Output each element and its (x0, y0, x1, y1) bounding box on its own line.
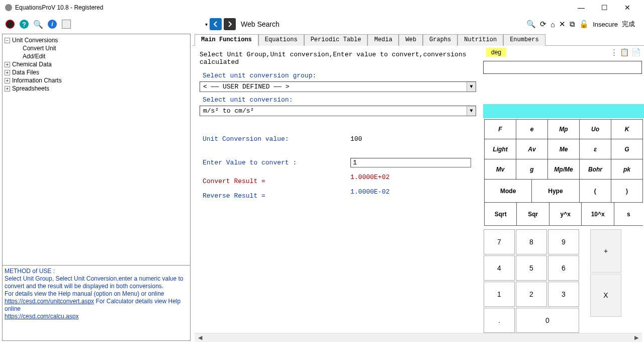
scroll-right-icon[interactable]: ▶ (633, 334, 640, 341)
numpad-3[interactable]: 3 (548, 282, 579, 307)
calc-btn-rparen[interactable]: ) (611, 180, 643, 203)
calc-btn-sqr[interactable]: Sqr (517, 203, 549, 226)
nav-toolbar: ▾ Web Search (204, 18, 280, 30)
search-icon[interactable]: 🔍 (33, 19, 44, 30)
window-title: EquationsProV 10.8 - Registered (15, 4, 103, 11)
close-button[interactable]: ✕ (616, 0, 639, 15)
unit-conversion-value-label: Unit Conversion value: (200, 135, 350, 143)
calc-btn-lparen[interactable]: ( (580, 180, 611, 203)
tree-item-information-charts[interactable]: +Information Charts (5, 76, 188, 84)
op-plus[interactable]: + (590, 229, 621, 273)
calc-btn-yx[interactable]: y^x (549, 203, 582, 226)
calc-btn-10x[interactable]: 10^x (582, 203, 614, 226)
numpad-2[interactable]: 2 (516, 282, 547, 307)
forward-button[interactable] (224, 18, 236, 30)
tree-item-spreadsheets[interactable]: +Spreadsheets (5, 84, 188, 93)
home-icon[interactable]: ⌂ (550, 20, 555, 29)
calc-btn-mv[interactable]: Mv (484, 159, 516, 180)
zoom-icon[interactable]: 🔍 (526, 20, 536, 29)
tab-periodic-table[interactable]: Periodic Table (304, 34, 368, 46)
calc-btn-f[interactable]: F (484, 119, 516, 139)
group-dropdown-value: < —— USER DEFINED —— > (200, 82, 467, 92)
tab-main-functions[interactable]: Main Functions (195, 34, 258, 46)
numpad-1[interactable]: 1 (484, 282, 515, 307)
tab-graphs[interactable]: Graphs (423, 34, 457, 46)
cancel-icon[interactable]: ✕ (559, 20, 566, 29)
tree-item-data-files[interactable]: +Data Files (5, 68, 188, 76)
reverse-result-label: Reverse Result = (200, 192, 350, 200)
title-bar: EquationsProV 10.8 - Registered — ☐ ✕ (0, 0, 644, 15)
numpad-8[interactable]: 8 (516, 229, 547, 254)
calc-btn-light[interactable]: Light (484, 139, 516, 159)
back-button[interactable] (210, 18, 222, 30)
tab-icon[interactable]: ⧉ (570, 20, 575, 29)
info-icon[interactable]: i (47, 19, 58, 30)
calc-btn-e[interactable]: e (516, 119, 548, 139)
calc-btn-mp[interactable]: Mp (548, 119, 580, 139)
calc-btn-uo[interactable]: Uo (580, 119, 611, 139)
numpad-0[interactable]: 0 (516, 308, 579, 333)
calc-btn-sqrt[interactable]: Sqrt (484, 203, 517, 226)
numpad-7[interactable]: 7 (484, 229, 515, 254)
tree-item-chemical-data[interactable]: +Chemical Data (5, 60, 188, 68)
tab-nutrition[interactable]: Nutrition (457, 34, 503, 46)
numpad-5[interactable]: 5 (516, 255, 547, 281)
tab-enumbers[interactable]: Enumbers (503, 34, 545, 46)
calc-btn-g[interactable]: g (516, 159, 548, 180)
copy-icon[interactable]: 📋 (620, 48, 629, 57)
refresh-icon[interactable]: ⟳ (540, 20, 546, 29)
help-link-2[interactable]: https://cesd.com/calcu.aspx (5, 313, 78, 320)
numpad-4[interactable]: 4 (484, 255, 515, 281)
calc-btn-hype[interactable]: Hype (532, 180, 579, 203)
calc-btn-mpme[interactable]: Mp/Me (548, 159, 580, 180)
done-label[interactable]: 完成 (622, 20, 635, 29)
numpad-9[interactable]: 9 (548, 229, 579, 254)
tab-equations[interactable]: Equations (258, 34, 304, 46)
calc-btn-s[interactable]: s (614, 203, 643, 226)
calc-btn-eps[interactable]: ε (580, 139, 611, 159)
chevron-down-icon[interactable]: ▼ (467, 106, 476, 116)
op-multiply[interactable]: X (590, 274, 621, 317)
calc-btn-bohr[interactable]: Bohr (580, 159, 611, 180)
numpad: 7 8 9 4 5 6 1 2 3 (483, 229, 580, 333)
calc-btn-k[interactable]: K (611, 119, 643, 139)
window-icon[interactable] (61, 19, 72, 30)
calc-btn-g-const[interactable]: G (611, 139, 643, 159)
calc-btn-av[interactable]: Av (516, 139, 548, 159)
chevron-down-icon[interactable]: ▼ (467, 82, 476, 92)
tree-item-add-edit[interactable]: Add/Edit (5, 52, 188, 60)
minimize-button[interactable]: — (570, 0, 593, 15)
calc-btn-mode[interactable]: Mode (484, 180, 532, 203)
convert-result-label: Convert Result = (200, 178, 350, 185)
add-page-icon[interactable]: 📄 (631, 48, 641, 57)
help-line-1: METHOD of USE : (5, 268, 188, 275)
numpad-6[interactable]: 6 (548, 255, 579, 281)
help-icon[interactable]: ? (19, 19, 30, 30)
help-link-1[interactable]: https://cesd.com/unitconvert.aspx (5, 298, 94, 305)
calc-btn-pk[interactable]: pk (611, 159, 643, 180)
calc-btn-me[interactable]: Me (548, 139, 580, 159)
tree-view[interactable]: −Unit Conversions Convert Unit Add/Edit … (3, 34, 190, 265)
conversion-panel: Select Unit Group,Unit conversion,Enter … (193, 46, 483, 333)
tree-root-unit-conversions[interactable]: −Unit Conversions (5, 36, 188, 44)
power-icon[interactable] (5, 19, 16, 30)
dots-icon[interactable]: ⋮ (610, 48, 618, 57)
enter-value-input[interactable] (350, 158, 471, 167)
calc-constant-grid: F e Mp Uo K Light Av Me ε G Mv (484, 119, 643, 226)
operator-column: + X (590, 229, 622, 333)
scroll-left-icon[interactable]: ◀ (197, 334, 204, 341)
group-dropdown[interactable]: < —— USER DEFINED —— > ▼ (200, 81, 476, 92)
calculator-panel: deg ⋮ 📋 📄 F e Mp Uo K (483, 46, 644, 333)
help-line-2: Select Unit Group, Select Unit Conversio… (5, 275, 183, 290)
tab-web[interactable]: Web (399, 34, 423, 46)
horizontal-scrollbar[interactable]: ◀ ▶ (195, 333, 642, 342)
tab-media[interactable]: Media (367, 34, 399, 46)
calc-display[interactable] (483, 61, 642, 74)
left-panel: −Unit Conversions Convert Unit Add/Edit … (2, 34, 191, 341)
unit-conversion-value: 100 (350, 135, 362, 143)
tree-item-convert-unit[interactable]: Convert Unit (5, 44, 188, 52)
conversion-dropdown[interactable]: m/s² to cm/s² ▼ (200, 106, 476, 116)
conversion-label: Select unit conversion: (203, 96, 476, 104)
maximize-button[interactable]: ☐ (593, 0, 616, 15)
numpad-dot[interactable]: . (484, 308, 515, 333)
